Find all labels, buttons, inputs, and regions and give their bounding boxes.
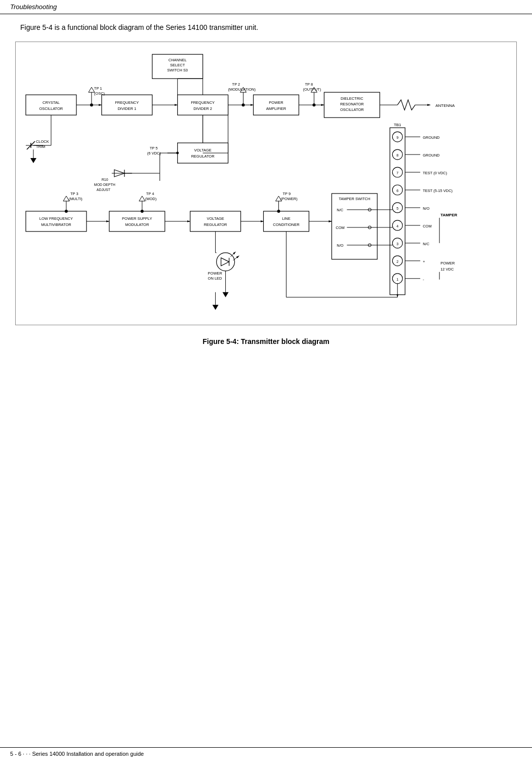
svg-text:TP 5: TP 5 [150,146,158,150]
svg-text:MOD DEPTH: MOD DEPTH [94,183,115,186]
svg-text:+: + [423,259,425,264]
svg-marker-108 [223,292,229,297]
svg-text:N/C: N/C [337,208,343,212]
svg-point-83 [65,210,68,213]
svg-text:4: 4 [396,224,398,228]
svg-text:5: 5 [396,207,398,210]
svg-text:ON LED: ON LED [208,276,222,281]
svg-text:2: 2 [396,260,398,263]
svg-text:(MODULATION): (MODULATION) [228,87,256,92]
footer-left: 5 - 6 · · · Series 14000 Installation an… [10,751,144,757]
svg-text:TEST (5-15 VDC): TEST (5-15 VDC) [423,188,453,193]
svg-text:GROUND: GROUND [423,135,440,140]
svg-text:POWER SUPPLY: POWER SUPPLY [122,216,152,221]
intro-text: Figure 5-4 is a functional block diagram… [0,14,532,36]
svg-text:R10: R10 [102,178,108,181]
svg-point-36 [242,103,245,106]
svg-text:MULTIVIBRATOR: MULTIVIBRATOR [41,222,71,227]
svg-text:-: - [423,277,424,282]
svg-text:CONDITIONER: CONDITIONER [273,222,300,227]
svg-text:9: 9 [396,136,398,139]
svg-text:SWITCH S3: SWITCH S3 [167,68,188,72]
svg-text:7: 7 [396,171,398,175]
svg-text:TP 9: TP 9 [282,191,291,196]
svg-text:VOLTAGE: VOLTAGE [194,148,212,152]
svg-marker-180 [213,305,219,310]
svg-text:TP 1: TP 1 [94,86,102,91]
svg-text:CHANNEL: CHANNEL [169,58,187,62]
svg-text:DIVIDER 1: DIVIDER 1 [117,106,136,111]
svg-text:LINE: LINE [282,216,291,221]
svg-rect-79 [264,211,309,232]
svg-text:POWER: POWER [269,100,283,105]
diagram-container: CHANNEL SELECT SWITCH S3 CRYSTAL OSCILLA… [15,42,517,325]
svg-text:(6 VDC): (6 VDC) [147,151,161,156]
svg-text:N/O: N/O [337,243,343,248]
svg-rect-73 [109,211,165,232]
svg-text:12 VDC: 12 VDC [440,267,454,272]
svg-text:(MOD): (MOD) [145,197,157,201]
svg-text:ADJUST: ADJUST [97,188,111,191]
svg-text:6: 6 [396,189,398,192]
svg-text:TAMPER SWITCH: TAMPER SWITCH [339,197,370,201]
svg-text:TP 4: TP 4 [146,191,154,196]
svg-text:3: 3 [396,242,398,246]
svg-text:(OSC): (OSC) [94,91,105,96]
svg-text:1: 1 [396,278,398,281]
svg-text:TEST (0 VDC): TEST (0 VDC) [423,171,447,175]
svg-text:(MULTI): (MULTI) [69,197,83,201]
svg-text:VOLTAGE: VOLTAGE [207,216,224,221]
svg-text:RESONATOR: RESONATOR [340,102,364,106]
svg-text:TP 8: TP 8 [305,82,313,87]
svg-marker-101 [221,258,229,266]
svg-text:COM: COM [336,225,344,230]
svg-marker-89 [139,196,145,201]
svg-text:POWER: POWER [440,261,455,265]
svg-text:TP 3: TP 3 [70,191,78,196]
svg-text:FREQUENCY: FREQUENCY [191,100,215,105]
svg-text:CRYSTAL: CRYSTAL [43,100,60,105]
svg-text:GROUND: GROUND [423,153,440,158]
svg-text:DIVIDER 2: DIVIDER 2 [193,106,212,111]
svg-text:TAMPER: TAMPER [440,213,457,217]
svg-text:N/O: N/O [423,206,429,211]
svg-text:LOW FREQUENCY: LOW FREQUENCY [39,216,73,221]
svg-text:8: 8 [396,153,398,157]
svg-text:ANTENNA: ANTENNA [435,103,455,108]
svg-text:MODULATOR: MODULATOR [125,222,149,227]
svg-text:SELECT: SELECT [170,63,185,67]
svg-text:COM: COM [423,224,431,228]
svg-text:AMPLIFIER: AMPLIFIER [266,106,287,111]
figure-caption: Figure 5-4: Transmitter block diagram [0,330,532,356]
svg-line-103 [231,252,236,257]
svg-text:DIELECTRIC: DIELECTRIC [341,96,363,101]
svg-text:CLOCK: CLOCK [36,139,49,144]
svg-text:TRIM: TRIM [36,144,45,149]
svg-text:N/C: N/C [423,242,429,246]
svg-point-88 [141,210,144,213]
svg-point-41 [312,103,315,106]
svg-text:TB1: TB1 [394,123,401,127]
svg-text:REGULATOR: REGULATOR [191,154,215,159]
svg-text:REGULATOR: REGULATOR [204,222,227,227]
svg-text:OSCILLATOR: OSCILLATOR [340,107,364,112]
svg-rect-76 [190,211,241,232]
svg-rect-122 [390,128,405,295]
page-footer: 5 - 6 · · · Series 14000 Installation an… [0,747,532,760]
svg-text:(POWER): (POWER) [280,197,298,201]
svg-rect-70 [26,211,87,232]
page-header: Troubleshooting [0,0,532,14]
svg-text:TP 2: TP 2 [232,82,240,87]
svg-marker-53 [30,158,36,163]
svg-point-93 [277,210,280,213]
svg-text:OSCILLATOR: OSCILLATOR [39,106,63,111]
svg-point-31 [90,103,93,106]
svg-text:POWER: POWER [208,271,223,276]
svg-text:(OUTPUT): (OUTPUT) [303,87,321,92]
svg-text:FREQUENCY: FREQUENCY [115,100,139,105]
